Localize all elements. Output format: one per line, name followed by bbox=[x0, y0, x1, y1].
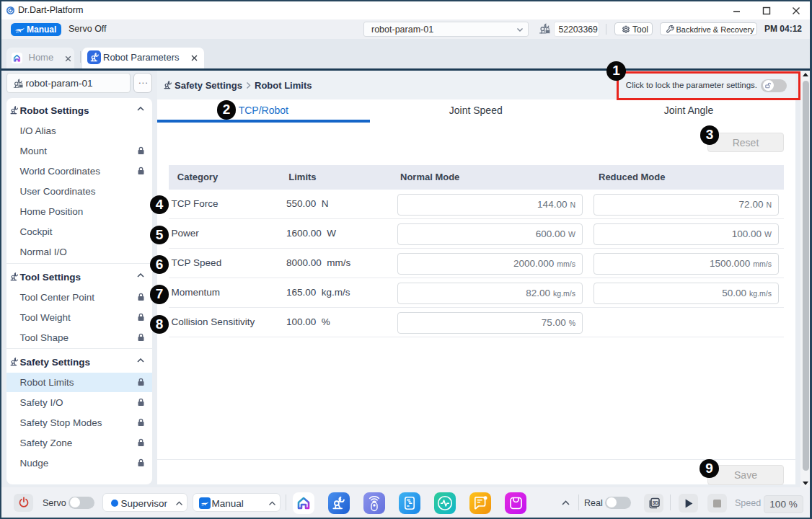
svg-text:3D: 3D bbox=[652, 500, 658, 505]
